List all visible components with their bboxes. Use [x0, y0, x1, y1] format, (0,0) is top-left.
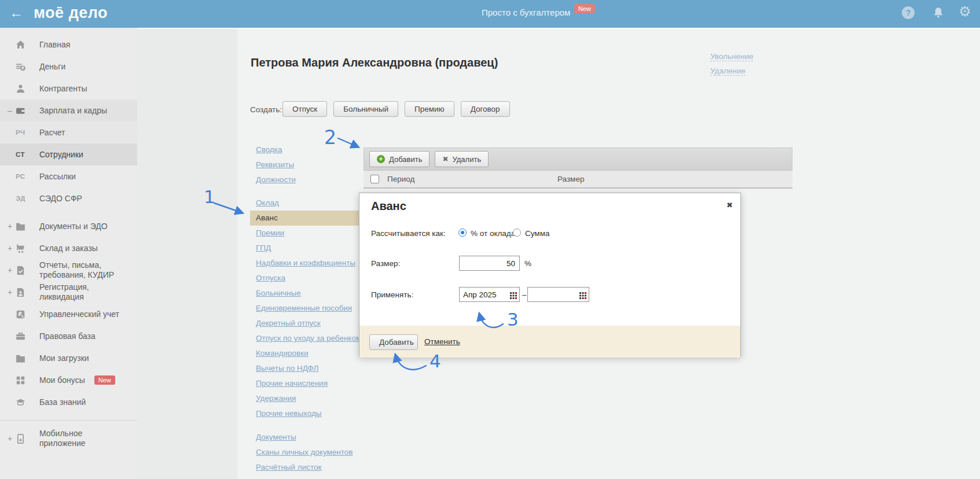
- modal-cancel-link[interactable]: Отменить: [424, 337, 460, 346]
- calendar-icon[interactable]: [579, 291, 586, 298]
- expand-plus-icon[interactable]: +: [6, 288, 14, 297]
- submenu-item: Отпуска: [237, 271, 372, 286]
- help-icon[interactable]: ?: [902, 6, 915, 19]
- expand-plus-icon[interactable]: +: [6, 266, 14, 275]
- radio-sum-label[interactable]: Сумма: [525, 229, 549, 238]
- home-icon: [15, 39, 26, 50]
- submenu-link[interactable]: Прочие начисления: [256, 379, 328, 388]
- submenu-item: ГПД: [237, 241, 372, 256]
- back-arrow-icon[interactable]: ←: [9, 5, 23, 21]
- modal-submit-button[interactable]: Добавить: [369, 334, 418, 350]
- submenu-link[interactable]: Единовременные пособия: [256, 304, 352, 312]
- downloads-icon: [15, 353, 26, 364]
- content-top-strip: [137, 28, 980, 29]
- submenu-link[interactable]: ГПД: [256, 244, 271, 252]
- sidebar-item[interactable]: +Склад и заказы: [0, 237, 137, 259]
- deletion-link[interactable]: Удаление: [710, 67, 746, 76]
- sidebar-item-abbr: РЧ: [16, 129, 25, 136]
- submenu-item: Прочие начисления: [237, 376, 372, 391]
- sidebar-item-label: Регистрация, ликвидация: [39, 282, 93, 302]
- calendar-icon[interactable]: [510, 291, 517, 298]
- sidebar-item[interactable]: ₽Управленческий учет: [0, 303, 137, 325]
- submenu-item-active[interactable]: Аванс: [250, 211, 366, 226]
- modal-footer: Добавить Отменить: [359, 326, 740, 358]
- money-icon: ₽: [15, 61, 26, 72]
- expand-plus-icon[interactable]: +: [6, 434, 14, 443]
- sidebar-item[interactable]: СТСотрудники: [0, 143, 137, 165]
- radio-percent-of-salary[interactable]: [458, 229, 467, 237]
- sidebar-item[interactable]: Главная: [0, 34, 137, 56]
- submenu-link[interactable]: Оклад: [256, 198, 279, 207]
- page-title: Петрова Мария Александровна (продавец): [251, 56, 498, 69]
- sidebar-item[interactable]: Мои загрузки: [0, 347, 137, 369]
- dismissal-link[interactable]: Увольнение: [710, 52, 753, 61]
- submenu-item: Оклад: [237, 196, 372, 211]
- close-icon[interactable]: ✖: [726, 201, 733, 209]
- sidebar-item[interactable]: Контрагенты: [0, 78, 137, 100]
- sidebar-item[interactable]: Правовая база: [0, 325, 137, 347]
- submenu-link[interactable]: Премии: [256, 229, 284, 237]
- sidebar-item-label: Зарплата и кадры: [39, 106, 111, 116]
- submenu-link[interactable]: Сканы личных документов: [256, 448, 353, 456]
- collapse-minus-icon[interactable]: –: [6, 106, 14, 115]
- employee-actions: Увольнение Удаление: [710, 52, 753, 76]
- table-toolbar: + Добавить ✖ Удалить: [364, 148, 792, 171]
- radio-sum[interactable]: [513, 229, 521, 237]
- sidebar-item[interactable]: +Мобильное приложение: [0, 428, 137, 449]
- settings-gear-icon[interactable]: ⚙: [959, 3, 971, 20]
- submenu-link[interactable]: Документы: [256, 433, 296, 441]
- submenu-item: Прочие невыходы: [237, 406, 372, 421]
- size-label: Размер:: [371, 259, 400, 268]
- submenu-link[interactable]: Декретный отпуск: [256, 319, 321, 327]
- submenu-link[interactable]: Командировки: [256, 349, 309, 358]
- create-button[interactable]: Договор: [461, 101, 510, 117]
- sidebar-item[interactable]: –Зарплата и кадры: [0, 100, 137, 121]
- notifications-bell-icon[interactable]: [932, 6, 945, 19]
- select-all-checkbox[interactable]: [370, 175, 379, 183]
- submenu-link[interactable]: Отпуска: [256, 274, 285, 282]
- sidebar-item-abbr: ЭД: [16, 195, 25, 202]
- create-button[interactable]: Отпуск: [282, 101, 327, 117]
- date-range-dash: –: [522, 290, 527, 299]
- sidebar-item[interactable]: РЧРасчет: [0, 121, 137, 143]
- create-button[interactable]: Премию: [405, 101, 454, 117]
- percent-unit: %: [524, 259, 531, 268]
- sidebar-item[interactable]: ₽Деньги: [0, 56, 137, 78]
- expand-plus-icon[interactable]: +: [6, 222, 14, 231]
- submenu-link[interactable]: Надбавки и коэффициенты: [256, 259, 355, 267]
- sidebar-item[interactable]: База знаний: [0, 391, 137, 413]
- sidebar-item[interactable]: +Регистрация, ликвидация: [0, 281, 137, 303]
- submenu-link[interactable]: Реквизиты: [256, 160, 294, 169]
- app-logo[interactable]: моē дело: [34, 4, 108, 22]
- submenu-link[interactable]: Должности: [256, 175, 296, 184]
- submenu-link[interactable]: Удержания: [256, 394, 296, 403]
- submenu-link[interactable]: Прочие невыходы: [256, 409, 321, 418]
- size-input[interactable]: [459, 256, 520, 271]
- table-add-button[interactable]: + Добавить: [369, 151, 430, 167]
- sidebar-item[interactable]: ЭДСЭДО СФР: [0, 187, 137, 209]
- sidebar-item-label: База знаний: [39, 397, 89, 407]
- mobile-icon: [15, 433, 26, 444]
- sidebar-item[interactable]: Мои бонусыNew: [0, 369, 137, 391]
- cross-icon: ✖: [442, 155, 448, 163]
- submenu-link[interactable]: Отпуск по уходу за ребенком: [256, 334, 361, 342]
- sidebar-divider: [0, 420, 137, 421]
- briefcase-icon: [15, 331, 26, 342]
- sidebar-item[interactable]: +Отчеты, письма, требования, КУДИР: [0, 259, 137, 281]
- contractors-icon: [15, 83, 26, 94]
- create-button[interactable]: Больничный: [333, 101, 398, 117]
- sidebar-item[interactable]: +Документы и ЭДО: [0, 215, 137, 237]
- submenu-link[interactable]: Расчётный листок: [256, 463, 321, 471]
- sidebar-item-label: Расчет: [39, 128, 69, 138]
- expand-plus-icon[interactable]: +: [6, 244, 14, 253]
- table-delete-button[interactable]: ✖ Удалить: [435, 151, 489, 167]
- radio-percent-label[interactable]: % от оклада: [471, 229, 515, 238]
- promo-link[interactable]: Просто с бухгалтером: [482, 8, 570, 17]
- submenu-link[interactable]: Вычеты по НДФЛ: [256, 364, 318, 373]
- submenu-link[interactable]: Больничные: [256, 289, 301, 297]
- create-label: Создать:: [250, 105, 282, 114]
- submenu-item: Удержания: [237, 391, 372, 406]
- sidebar-item[interactable]: РСРассылки: [0, 165, 137, 187]
- submenu-link[interactable]: Сводка: [256, 145, 282, 154]
- date-from-field: [459, 287, 520, 302]
